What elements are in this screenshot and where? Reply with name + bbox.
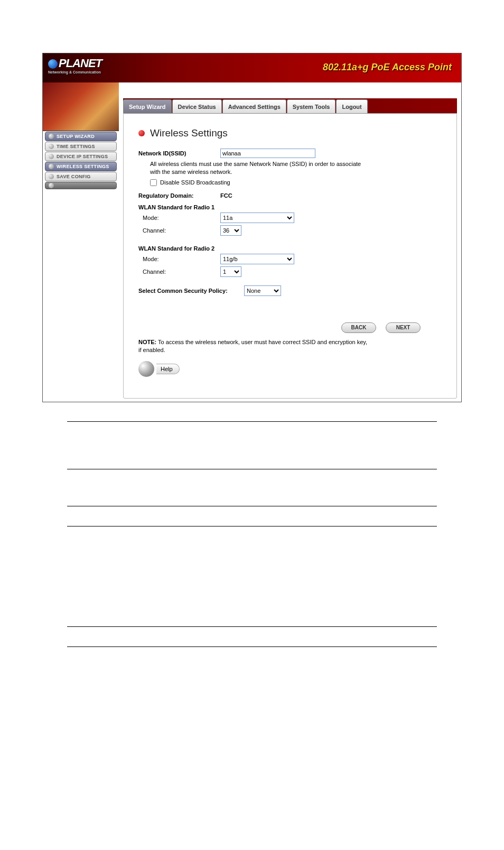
sidebar-item-setup-wizard[interactable]: Setup Wizard [45, 132, 117, 141]
tab-label: Device Status [178, 104, 216, 110]
content-panel: Wireless Settings Network ID(SSID) All w… [123, 113, 457, 399]
reg-domain-value: FCC [220, 192, 232, 199]
header-bar: PLANET Networking & Communication 802.11… [43, 53, 461, 82]
sidebar: Setup Wizard Time Settings Device IP Set… [43, 82, 119, 402]
product-title: 802.11a+g PoE Access Point [323, 62, 452, 73]
radio1-channel-select[interactable]: 36 [220, 225, 241, 236]
radio1-mode-select[interactable]: 11a [220, 212, 294, 223]
ssid-note: All wireless clients must use the same N… [150, 160, 372, 176]
sidebar-item-label: Setup Wizard [57, 134, 95, 139]
tab-bar: Setup Wizard Device Status Advanced Sett… [123, 98, 457, 113]
tab-label: Setup Wizard [129, 104, 166, 110]
tab-label: Advanced Settings [228, 104, 281, 110]
security-policy-select[interactable]: None [244, 285, 281, 296]
radio1-mode-label: Mode: [138, 215, 220, 221]
radio2-mode-select[interactable]: 11g/b [220, 254, 294, 264]
panel-title-text: Wireless Settings [150, 127, 228, 139]
app-window: PLANET Networking & Communication 802.11… [42, 53, 462, 402]
footer-note: NOTE: To access the wireless network, us… [138, 338, 371, 354]
sidebar-item-time-settings[interactable]: Time Settings [45, 142, 117, 151]
brand-subtext: Networking & Communication [48, 70, 102, 74]
note-prefix: NOTE: [138, 339, 156, 345]
help-button[interactable]: Help [156, 364, 180, 374]
tab-logout[interactable]: Logout [336, 99, 367, 113]
nav-bullet-icon [49, 134, 54, 139]
radio2-heading: WLAN Standard for Radio 2 [138, 245, 442, 252]
help-label: Help [161, 366, 173, 372]
radio2-channel-select[interactable]: 1 [220, 266, 241, 277]
radio2-mode-label: Mode: [138, 256, 220, 262]
ssid-label: Network ID(SSID) [138, 150, 220, 156]
globe-icon [48, 59, 58, 69]
back-button[interactable]: BACK [341, 322, 376, 333]
note-text: To access the wireless network, user mus… [138, 339, 367, 353]
nav-bullet-icon [49, 164, 54, 169]
disable-ssid-checkbox[interactable] [150, 179, 157, 186]
ssid-input[interactable] [220, 149, 315, 158]
sidebar-item-wireless-settings[interactable]: Wireless Settings [45, 162, 117, 171]
doc-table [67, 421, 437, 647]
security-policy-label: Select Common Security Policy: [138, 288, 244, 294]
radio2-channel-label: Channel: [138, 269, 220, 275]
nav-bullet-icon [49, 154, 54, 159]
next-button-label: NEXT [396, 325, 410, 330]
sidebar-item-device-ip[interactable]: Device IP Settings [45, 152, 117, 161]
tab-setup-wizard[interactable]: Setup Wizard [123, 99, 172, 113]
sidebar-item-label: Time Settings [57, 144, 95, 149]
tab-advanced-settings[interactable]: Advanced Settings [222, 99, 286, 113]
sidebar-item-empty [45, 182, 117, 189]
nav-bullet-icon [49, 144, 54, 149]
sidebar-item-label: Save Config [57, 174, 91, 179]
sidebar-item-label: Device IP Settings [57, 154, 108, 159]
sidebar-art [43, 82, 119, 131]
next-button[interactable]: NEXT [386, 322, 421, 333]
radio1-heading: WLAN Standard for Radio 1 [138, 204, 442, 210]
help-icon [138, 361, 154, 377]
tab-label: Logout [342, 104, 361, 110]
disable-ssid-label: Disable SSID Broadcasting [160, 179, 230, 186]
back-button-label: BACK [351, 325, 367, 330]
nav-bullet-icon [49, 174, 54, 179]
radio1-channel-label: Channel: [138, 227, 220, 234]
brand-logo: PLANET Networking & Communication [48, 57, 102, 74]
reg-domain-label: Regulatory Domain: [138, 192, 220, 199]
sidebar-item-label: Wireless Settings [57, 164, 109, 169]
bullet-icon [138, 130, 145, 136]
panel-title: Wireless Settings [138, 127, 442, 139]
tab-system-tools[interactable]: System Tools [287, 99, 336, 113]
brand-text: PLANET [59, 57, 102, 70]
sidebar-item-save-config[interactable]: Save Config [45, 172, 117, 181]
tab-device-status[interactable]: Device Status [172, 99, 222, 113]
nav-bullet-icon [49, 183, 54, 188]
tab-label: System Tools [293, 104, 330, 110]
